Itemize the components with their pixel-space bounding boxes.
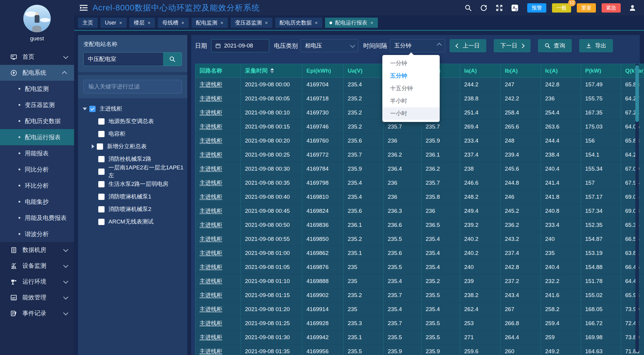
export-button[interactable]: 导出 (579, 39, 613, 52)
checkbox-unchecked[interactable] (98, 156, 105, 162)
tree-filter-input[interactable] (83, 80, 182, 94)
date-input[interactable]: 2021-09-08 (211, 39, 269, 52)
refresh-icon[interactable] (480, 4, 487, 12)
alarm-tag-1[interactable]: 一般12 (552, 3, 571, 13)
tab-3[interactable]: 母线槽× (158, 18, 189, 28)
sidebar-subitem-0[interactable]: 配电监测 (0, 81, 74, 97)
tree-item-8[interactable]: 消防喷淋机械泵2 (80, 203, 185, 215)
table-scrollbar-track[interactable] (635, 64, 639, 352)
checkbox-unchecked[interactable] (98, 169, 105, 175)
tree-item-1[interactable]: 地源热泵空调总表 (80, 115, 185, 128)
tab-close-icon[interactable]: × (220, 20, 223, 25)
tree-item-7[interactable]: 消防喷淋机械泵1 (80, 190, 185, 203)
tab-close-icon[interactable]: × (148, 20, 151, 25)
tree-item-9[interactable]: ARCM无线表测试 (80, 215, 185, 228)
tab-4[interactable]: 配电监测× (191, 18, 228, 28)
circuit-link[interactable]: 主进线柜 (200, 95, 222, 102)
circuit-link[interactable]: 主进线柜 (200, 292, 222, 298)
sidebar-item-1[interactable]: 配电系统 (0, 65, 74, 81)
avatar[interactable] (23, 5, 51, 32)
tree-item-4[interactable]: 消防栓机械泵2路 (80, 153, 185, 165)
tree-item-5[interactable]: 一层南1APE2右一层北1APE1左 (80, 165, 185, 178)
tab-7[interactable]: 配电运行报表× (325, 18, 378, 28)
sidebar-item-0[interactable]: 首页 (0, 49, 74, 65)
prev-day-button[interactable]: 上一日 (450, 39, 486, 52)
circuit-link[interactable]: 主进线柜 (200, 81, 222, 88)
tab-6[interactable]: 配电历史数据× (275, 18, 322, 28)
station-search-button[interactable] (163, 53, 182, 66)
tree-item-2[interactable]: 电容柜 (80, 128, 185, 140)
sidebar-item-4[interactable]: 运行环境 (0, 274, 74, 290)
tab-1[interactable]: User× (100, 18, 127, 28)
sidebar-subitem-6[interactable]: 环比分析 (0, 178, 74, 194)
circuit-link[interactable]: 主进线柜 (200, 334, 222, 340)
circuit-link[interactable]: 主进线柜 (200, 264, 222, 270)
station-input[interactable] (84, 53, 163, 66)
circuit-link[interactable]: 主进线柜 (200, 123, 222, 130)
checkbox-checked[interactable] (89, 106, 96, 112)
checkbox-unchecked[interactable] (98, 206, 105, 212)
sidebar-subitem-9[interactable]: 谐波分析 (0, 226, 74, 242)
tab-0[interactable]: 主页 (78, 18, 98, 28)
sidebar-subitem-4[interactable]: 用能报表 (0, 145, 74, 161)
dropdown-option-4[interactable]: 一小时 (382, 107, 440, 120)
tab-2[interactable]: 楼层× (129, 18, 155, 28)
tab-close-icon[interactable]: × (315, 20, 318, 25)
sidebar-subitem-7[interactable]: 电能集抄 (0, 194, 74, 210)
checkbox-unchecked[interactable] (98, 219, 105, 225)
circuit-link[interactable]: 主进线柜 (200, 137, 222, 144)
dropdown-option-1[interactable]: 五分钟 (382, 70, 440, 82)
tab-close-icon[interactable]: × (370, 20, 373, 25)
user-icon[interactable] (629, 4, 636, 12)
circuit-link[interactable]: 主进线柜 (200, 278, 222, 284)
fullscreen-icon[interactable] (496, 4, 503, 12)
column-header-1[interactable]: 采集时间 (241, 64, 302, 78)
circuit-link[interactable]: 主进线柜 (200, 109, 222, 116)
circuit-link[interactable]: 主进线柜 (200, 236, 222, 242)
tree-item-0[interactable]: 主进线柜 (80, 102, 185, 115)
sidebar-subitem-8[interactable]: 用能及电费报表 (0, 210, 74, 226)
interval-select[interactable]: 五分钟 (390, 39, 445, 52)
tab-close-icon[interactable]: × (181, 20, 184, 25)
sidebar-subitem-3[interactable]: 配电运行报表 (0, 129, 74, 145)
sidebar-subitem-1[interactable]: 变压器监测 (0, 97, 74, 113)
circuit-link[interactable]: 主进线柜 (200, 208, 222, 214)
caret-right-icon[interactable] (92, 144, 94, 149)
circuit-link[interactable]: 主进线柜 (200, 152, 222, 158)
sidebar-subitem-5[interactable]: 同比分析 (0, 161, 74, 178)
tab-close-icon[interactable]: × (119, 20, 122, 25)
menu-fold-icon[interactable] (79, 4, 88, 11)
circuit-link[interactable]: 主进线柜 (200, 348, 222, 354)
tree-item-6[interactable]: 生活水泵2路一层弱电房 (80, 178, 185, 190)
query-button[interactable]: 查询 (538, 39, 572, 52)
checkbox-unchecked[interactable] (98, 118, 105, 125)
sidebar-subitem-2[interactable]: 配电历史数据 (0, 113, 74, 129)
checkbox-unchecked[interactable] (97, 143, 103, 150)
sort-icon[interactable] (270, 68, 274, 73)
table-scrollbar-thumb[interactable] (635, 65, 639, 122)
circuit-link[interactable]: 主进线柜 (200, 194, 222, 200)
sidebar-item-2[interactable]: 数据机房 (0, 242, 74, 258)
circuit-link[interactable]: 主进线柜 (200, 180, 222, 186)
circuit-link[interactable]: 主进线柜 (200, 306, 222, 312)
checkbox-unchecked[interactable] (98, 181, 105, 187)
next-day-button[interactable]: 下一日 (494, 39, 530, 52)
checkbox-unchecked[interactable] (98, 131, 105, 137)
tab-5[interactable]: 变压器监测× (231, 18, 272, 28)
alarm-tag-3[interactable]: 紧急 (602, 3, 621, 13)
circuit-link[interactable]: 主进线柜 (200, 320, 222, 326)
sidebar-item-5[interactable]: 能效管理 (0, 290, 74, 305)
circuit-link[interactable]: 主进线柜 (200, 166, 222, 172)
translate-icon[interactable]: A文 (511, 4, 519, 12)
caret-down-icon[interactable] (83, 108, 87, 110)
alarm-tag-2[interactable]: 重要 (577, 3, 596, 13)
sidebar-item-3[interactable]: 设备监测 (0, 258, 74, 274)
sidebar-item-6[interactable]: 事件记录 (0, 305, 74, 321)
dropdown-option-0[interactable]: 一分钟 (382, 57, 440, 70)
tab-close-icon[interactable]: × (265, 20, 268, 25)
dropdown-option-2[interactable]: 十五分钟 (382, 82, 440, 95)
checkbox-unchecked[interactable] (98, 194, 105, 200)
alarm-tag-0[interactable]: 预警 (527, 3, 546, 13)
circuit-link[interactable]: 主进线柜 (200, 222, 222, 228)
dropdown-option-3[interactable]: 半小时 (382, 95, 440, 107)
